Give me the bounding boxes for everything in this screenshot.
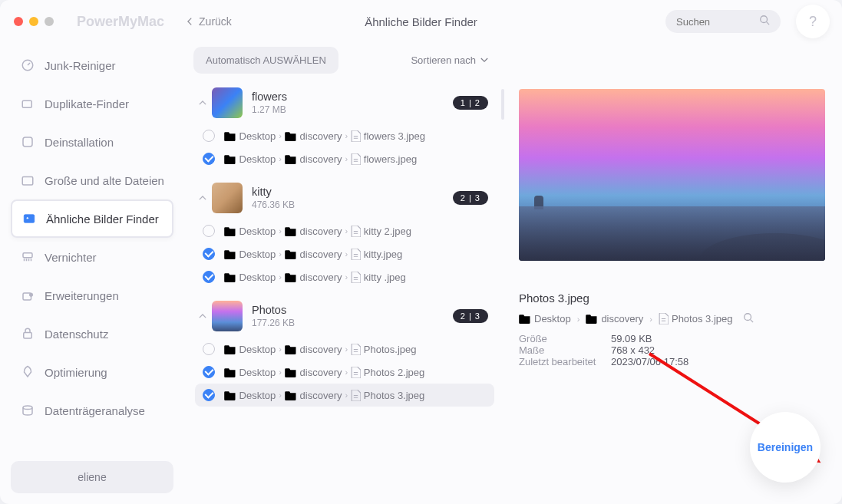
file-checkbox[interactable] (203, 343, 215, 355)
sidebar-item-privacy[interactable]: Datenschutz (11, 315, 173, 353)
file-name: Photos.jpeg (361, 344, 416, 355)
user-account-button[interactable]: eliene (11, 461, 173, 493)
path-discovery: discovery (601, 313, 643, 324)
sidebar-item-uninstall[interactable]: Deinstallation (11, 123, 173, 161)
back-button[interactable]: Zurück (187, 15, 232, 28)
folder-icon (285, 226, 297, 236)
sidebar-item-duplicates[interactable]: Duplikate-Finder (11, 84, 173, 123)
minimize-window[interactable] (29, 17, 38, 26)
group-size: 177.26 KB (252, 318, 295, 328)
file-name: flowers 3.jpeg (361, 130, 425, 142)
file-name: flowers.jpeg (361, 153, 417, 165)
file-row[interactable]: Desktop› discovery› Photos 3.jpeg (195, 384, 494, 407)
file-icon (351, 249, 361, 260)
sort-button[interactable]: Sortieren nach (411, 54, 488, 66)
file-icon (351, 272, 361, 283)
file-name: Photos 3.jpeg (361, 390, 424, 401)
sidebar-item-label: Datenschutz (45, 328, 108, 341)
search-box[interactable] (665, 10, 781, 33)
file-row[interactable]: Desktop› discovery› flowers 3.jpeg (195, 124, 494, 147)
path-seg: discovery (297, 130, 342, 142)
path-seg: Desktop (236, 367, 276, 378)
chevron-up-icon[interactable] (193, 100, 212, 106)
sidebar-item-optimize[interactable]: Optimierung (11, 353, 173, 391)
app-icon (20, 134, 35, 150)
group-header[interactable]: Photos 177.26 KB 2 | 3 (187, 295, 494, 338)
file-row[interactable]: Desktop› discovery› Photos 2.jpeg (195, 361, 494, 384)
folder-icon (285, 131, 297, 141)
group-name: kitty (252, 186, 295, 198)
image-icon (21, 211, 37, 226)
path-seg: discovery (297, 153, 342, 165)
path-seg: Desktop (236, 249, 276, 260)
file-icon (351, 226, 361, 237)
sidebar-item-label: Duplikate-Finder (45, 97, 129, 110)
sidebar-item-junk[interactable]: Junk-Reiniger (11, 46, 173, 84)
sidebar-item-extensions[interactable]: Erweiterungen (11, 276, 173, 315)
folder-icon (224, 226, 236, 236)
column-divider[interactable] (500, 43, 505, 495)
file-icon (351, 390, 361, 401)
svg-rect-5 (24, 215, 35, 223)
chevron-up-icon[interactable] (193, 196, 212, 201)
file-icon (351, 153, 361, 165)
box-icon (20, 173, 35, 188)
sidebar-item-label: Vernichter (45, 251, 97, 264)
group-header[interactable]: kitty 476.36 KB 2 | 3 (187, 176, 494, 219)
brand-label: PowerMyMac (77, 14, 164, 30)
folder-icon (224, 154, 236, 164)
file-checkbox[interactable] (203, 389, 215, 401)
folders-icon (20, 96, 35, 111)
file-checkbox[interactable] (203, 248, 215, 260)
sidebar-item-shredder[interactable]: Vernichter (11, 238, 173, 276)
file-checkbox[interactable] (203, 271, 215, 283)
preview-filename: Photos 3.jpeg (519, 292, 825, 305)
help-button[interactable]: ? (796, 5, 830, 38)
sidebar-item-similar-images[interactable]: Ähnliche Bilder Finder (11, 199, 173, 238)
window-controls (14, 17, 54, 26)
file-checkbox[interactable] (203, 225, 215, 237)
file-row[interactable]: Desktop› discovery› flowers.jpeg (195, 147, 494, 170)
file-row[interactable]: Desktop› discovery› kitty 2.jpeg (195, 219, 494, 242)
folder-icon (224, 272, 236, 282)
svg-rect-4 (22, 177, 33, 186)
search-input[interactable] (676, 16, 753, 28)
folder-icon (224, 367, 236, 377)
file-row[interactable]: Desktop› discovery› kitty.jpeg (195, 242, 494, 265)
group-thumbnail (212, 87, 243, 118)
group-header[interactable]: flowers 1.27 MB 1 | 2 (187, 81, 494, 124)
auto-select-button[interactable]: Automatisch AUSWÄHLEN (193, 47, 338, 74)
group-count-badge: 2 | 3 (453, 309, 488, 323)
folder-icon (224, 131, 236, 141)
svg-rect-10 (24, 333, 32, 339)
file-row[interactable]: Desktop› discovery› Photos.jpeg (195, 338, 494, 361)
clean-button[interactable]: Bereinigen (750, 412, 821, 483)
file-checkbox[interactable] (203, 130, 215, 142)
folder-icon (285, 272, 297, 282)
path-seg: discovery (297, 249, 342, 260)
sidebar-item-label: Optimierung (45, 366, 107, 379)
sidebar-item-large-old[interactable]: Große und alte Dateien (11, 161, 173, 199)
sidebar-item-disk-analysis[interactable]: Datenträgeranalyse (11, 391, 173, 430)
path-seg: discovery (297, 344, 342, 355)
lock-icon (20, 326, 35, 341)
svg-point-9 (29, 293, 33, 297)
reveal-in-finder-button[interactable] (743, 312, 754, 325)
sidebar: Junk-Reiniger Duplikate-Finder Deinstall… (0, 43, 184, 504)
file-checkbox[interactable] (203, 366, 215, 378)
file-checkbox[interactable] (203, 153, 215, 165)
svg-rect-3 (23, 137, 32, 147)
group-name: Photos (252, 304, 295, 316)
meta-mod-key: Zuletzt bearbeitet (519, 356, 611, 367)
close-window[interactable] (14, 17, 23, 26)
folder-icon (224, 390, 236, 400)
app-window: PowerMyMac Zurück Ähnliche Bilder Finder… (0, 0, 842, 504)
file-row[interactable]: Desktop› discovery› kitty .jpeg (195, 265, 494, 288)
titlebar: PowerMyMac Zurück Ähnliche Bilder Finder… (0, 0, 842, 43)
meta-dim-key: Maße (519, 344, 611, 356)
file-name: kitty.jpeg (361, 249, 402, 260)
zoom-window[interactable] (45, 17, 54, 26)
chevron-up-icon[interactable] (193, 314, 212, 319)
svg-point-11 (23, 406, 32, 410)
path-seg: discovery (297, 367, 342, 378)
